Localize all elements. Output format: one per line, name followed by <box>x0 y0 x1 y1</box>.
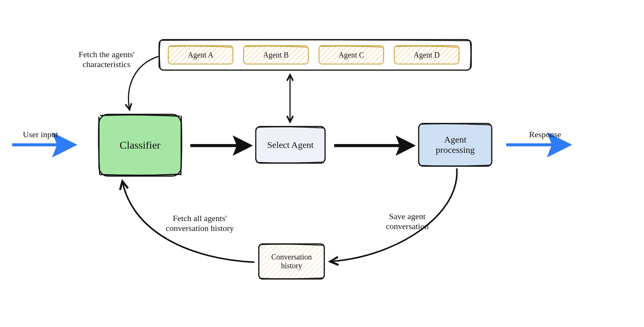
agent-pill-label: Agent A <box>168 46 233 64</box>
classifier-label: Classifier <box>99 114 181 176</box>
agent-processing-label: Agent processing <box>419 123 492 166</box>
conversation-history-label: Conversation history <box>259 244 324 279</box>
agent-pill-label: Agent B <box>244 46 308 64</box>
label-fetch-characteristics: Fetch the agents' characteristics <box>63 50 150 69</box>
label-save-conversation: Save agent conversation <box>369 212 445 231</box>
agent-pill-label: Agent D <box>394 46 459 64</box>
diagram-canvas: User input Response Fetch the agents' ch… <box>0 0 644 327</box>
label-fetch-history: Fetch all agents' conversation history <box>152 213 247 233</box>
label-response: Response <box>529 130 561 139</box>
label-user-input: User input <box>23 130 58 139</box>
agent-pill-label: Agent C <box>319 46 384 64</box>
select-agent-label: Select Agent <box>256 127 325 163</box>
